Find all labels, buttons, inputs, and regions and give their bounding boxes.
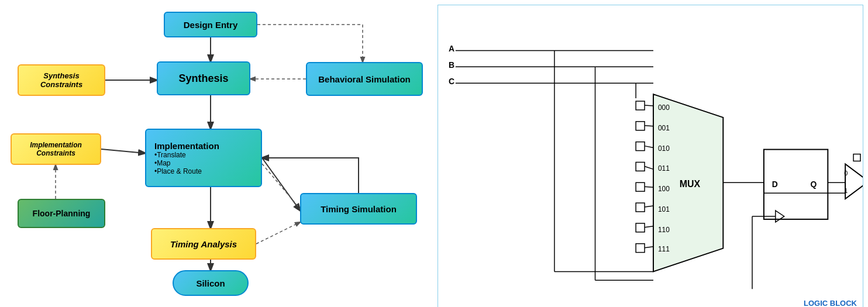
svg-text:MUX: MUX (680, 179, 701, 189)
svg-line-31 (645, 187, 653, 187)
logic-block-diagram: A B C MUX 000 001 010 (438, 5, 863, 307)
design-entry-box: Design Entry (164, 12, 257, 37)
svg-rect-26 (636, 244, 645, 253)
silicon-box: Silicon (173, 270, 249, 296)
timing-sim-box: Timing Simulation (300, 193, 417, 225)
synthesis-constraints-box: SynthesisConstraints (18, 64, 105, 96)
svg-line-5 (101, 149, 145, 153)
svg-text:001: 001 (658, 124, 670, 132)
behavioral-sim-box: Behavioral Simulation (306, 62, 423, 96)
svg-rect-24 (636, 203, 645, 212)
synthesis-constraints-label: SynthesisConstraints (40, 71, 82, 89)
svg-text:0: 0 (844, 170, 848, 177)
synthesis-box: Synthesis (157, 61, 250, 95)
svg-rect-20 (636, 122, 645, 130)
svg-line-32 (645, 206, 653, 207)
svg-line-9 (262, 164, 300, 209)
svg-line-8 (262, 158, 300, 211)
svg-text:A: A (449, 44, 454, 54)
implementation-label: Implementation (154, 141, 219, 151)
svg-text:111: 111 (658, 245, 670, 253)
svg-text:D: D (772, 180, 778, 189)
svg-line-27 (645, 105, 653, 106)
timing-analysis-label: Timing Analysis (170, 239, 237, 249)
svg-text:Q: Q (810, 180, 817, 189)
svg-text:C: C (449, 77, 454, 86)
logic-block-svg: A B C MUX 000 001 010 (438, 5, 863, 307)
svg-rect-19 (636, 101, 645, 110)
svg-marker-55 (845, 164, 863, 199)
svg-line-29 (645, 146, 653, 148)
svg-rect-23 (636, 182, 645, 191)
svg-rect-56 (853, 154, 860, 161)
svg-line-34 (645, 247, 653, 248)
floor-planning-box: Floor-Planning (18, 199, 105, 228)
impl-constraints-box: ImplementationConstraints (11, 133, 101, 165)
implementation-box: Implementation •Translate •Map •Place & … (145, 129, 262, 187)
svg-text:010: 010 (658, 144, 670, 153)
svg-text:110: 110 (658, 226, 670, 234)
svg-line-10 (256, 222, 300, 244)
svg-text:000: 000 (658, 104, 670, 112)
timing-analysis-box: Timing Analysis (151, 228, 256, 260)
svg-rect-25 (636, 223, 645, 232)
svg-rect-21 (636, 142, 645, 151)
svg-text:101: 101 (658, 205, 670, 213)
svg-text:100: 100 (658, 185, 670, 193)
svg-text:011: 011 (658, 164, 670, 173)
logic-block-label: LOGIC BLOCK (804, 299, 857, 307)
impl-constraints-label: ImplementationConstraints (30, 141, 82, 157)
svg-line-33 (645, 226, 653, 227)
svg-text:B: B (449, 60, 454, 70)
flow-diagram: Design Entry SynthesisConstraints Synthe… (0, 0, 433, 307)
svg-rect-22 (636, 162, 645, 171)
svg-line-28 (645, 126, 653, 126)
svg-line-30 (645, 166, 653, 169)
